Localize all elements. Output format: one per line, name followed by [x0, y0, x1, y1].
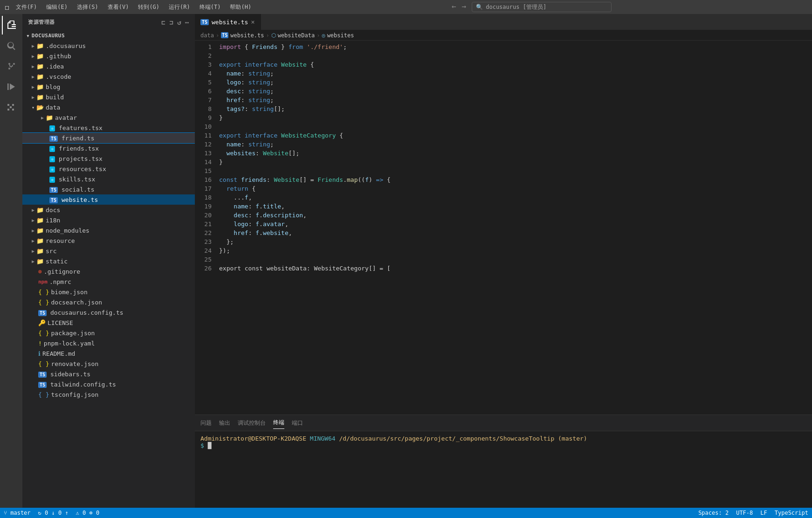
- menu-help[interactable]: 帮助(H): [227, 2, 254, 12]
- line-content[interactable]: });: [217, 246, 812, 255]
- line-content[interactable]: tags?: string[];: [217, 104, 812, 113]
- line-content[interactable]: [217, 166, 812, 175]
- tree-root-docusaurus[interactable]: ▾ DOCUSAURUS: [22, 30, 195, 41]
- terminal-tab-terminal[interactable]: 终端: [273, 417, 284, 429]
- line-content[interactable]: import { Friends } from './friend';: [217, 42, 812, 51]
- line-content[interactable]: export interface WebsiteCategory {: [217, 131, 812, 140]
- tree-item-idea-folder[interactable]: ▶ 📁 .idea: [22, 61, 195, 71]
- line-content[interactable]: [217, 51, 812, 60]
- terminal-tab-output[interactable]: 输出: [219, 417, 230, 429]
- extensions-activity-icon[interactable]: [2, 98, 21, 117]
- breadcrumb-websitedata[interactable]: websiteData: [278, 32, 315, 39]
- new-file-icon[interactable]: ⊏: [161, 19, 165, 26]
- line-content[interactable]: name: f.title,: [217, 202, 812, 211]
- search-activity-icon[interactable]: [2, 36, 21, 55]
- tab-website-ts[interactable]: TS website.ts ×: [195, 14, 261, 30]
- tree-item-social-ts[interactable]: TS social.ts: [22, 184, 195, 194]
- terminal-tab-debug[interactable]: 调试控制台: [238, 417, 266, 429]
- line-content[interactable]: href: string;: [217, 96, 812, 104]
- tree-item-pnpm-lock-yaml[interactable]: ! pnpm-lock.yaml: [22, 338, 195, 348]
- tree-item-tailwind-config-ts[interactable]: TS tailwind.config.ts: [22, 379, 195, 389]
- tree-item-friend-ts[interactable]: TS friend.ts: [22, 133, 195, 143]
- menu-view[interactable]: 查看(V): [105, 2, 132, 12]
- tree-item-github-folder[interactable]: ▶ 📁 .github: [22, 51, 195, 61]
- tree-item-resource-folder[interactable]: ▶ 📁 resource: [22, 235, 195, 246]
- line-content[interactable]: [217, 122, 812, 131]
- breadcrumb-filename[interactable]: website.ts: [230, 32, 264, 39]
- terminal-tab-ports[interactable]: 端口: [292, 417, 303, 429]
- search-bar[interactable]: 🔍 docusaurus [管理员]: [472, 2, 612, 12]
- status-encoding[interactable]: UTF-8: [736, 510, 753, 516]
- line-content[interactable]: logo: f.avatar,: [217, 220, 812, 228]
- line-content[interactable]: logo: string;: [217, 78, 812, 87]
- line-content[interactable]: websites: Website[];: [217, 149, 812, 158]
- tree-item-biome-json[interactable]: { } biome.json: [22, 287, 195, 297]
- tree-item-vscode-folder[interactable]: ▶ 📁 .vscode: [22, 71, 195, 82]
- breadcrumb-data[interactable]: data: [200, 32, 214, 39]
- line-content[interactable]: export interface Website {: [217, 60, 812, 69]
- code-editor[interactable]: 1import { Friends } from './friend';23ex…: [195, 41, 812, 414]
- status-spaces[interactable]: Spaces: 2: [698, 510, 729, 516]
- menu-edit[interactable]: 编辑(E): [43, 2, 70, 12]
- line-content[interactable]: desc: f.description,: [217, 211, 812, 220]
- tree-item-website-ts[interactable]: TS website.ts: [22, 194, 195, 205]
- menu-goto[interactable]: 转到(G): [135, 2, 162, 12]
- line-content[interactable]: [217, 255, 812, 264]
- menu-select[interactable]: 选择(S): [74, 2, 101, 12]
- tree-item-build-folder[interactable]: ▶ 📁 build: [22, 92, 195, 102]
- status-language[interactable]: TypeScript: [775, 510, 808, 516]
- source-control-activity-icon[interactable]: [2, 57, 21, 76]
- tree-item-npmrc[interactable]: npm .npmrc: [22, 276, 195, 287]
- tree-item-docusaurus-folder[interactable]: ▶ 📁 .docusaurus: [22, 41, 195, 51]
- explorer-activity-icon[interactable]: [2, 16, 21, 35]
- line-content[interactable]: };: [217, 237, 812, 246]
- breadcrumb-websites[interactable]: websites: [327, 32, 354, 39]
- tree-item-gitignore[interactable]: ⊗ .gitignore: [22, 266, 195, 276]
- menu-file[interactable]: 文件(F): [13, 2, 40, 12]
- tree-item-sidebars-ts[interactable]: TS sidebars.ts: [22, 369, 195, 379]
- tree-item-i18n-folder[interactable]: ▶ 📁 i18n: [22, 215, 195, 225]
- tree-item-package-json[interactable]: { } package.json: [22, 328, 195, 338]
- tree-item-tsconfig-json[interactable]: { } tsconfig.json: [22, 389, 195, 400]
- menu-terminal[interactable]: 终端(T): [197, 2, 224, 12]
- refresh-icon[interactable]: ↺: [177, 19, 181, 26]
- line-content[interactable]: const friends: Website[] = Friends.map((…: [217, 175, 812, 184]
- status-errors[interactable]: ⚠ 0 ⊗ 0: [76, 510, 100, 516]
- status-sync[interactable]: ↻ 0 ↓ 0 ↑: [38, 510, 69, 516]
- tree-item-node-modules-folder[interactable]: ▶ 📁 node_modules: [22, 225, 195, 235]
- tree-item-avatar-folder[interactable]: ▶ 📁 avatar: [22, 112, 195, 123]
- status-line-ending[interactable]: LF: [760, 510, 767, 516]
- line-content[interactable]: desc: string;: [217, 87, 812, 96]
- line-content[interactable]: href: f.website,: [217, 228, 812, 237]
- tree-item-docusaurus-config-ts[interactable]: TS docusaurus.config.ts: [22, 307, 195, 318]
- line-content[interactable]: name: string;: [217, 140, 812, 149]
- tree-item-resources-tsx[interactable]: ⚛ resources.tsx: [22, 164, 195, 174]
- nav-back-button[interactable]: ←: [450, 2, 458, 12]
- more-icon[interactable]: ⋯: [185, 19, 189, 26]
- line-content[interactable]: name: string;: [217, 69, 812, 78]
- new-folder-icon[interactable]: ⊐: [169, 19, 173, 26]
- line-content[interactable]: return {: [217, 184, 812, 193]
- run-activity-icon[interactable]: [2, 77, 21, 96]
- menu-run[interactable]: 运行(R): [166, 2, 193, 12]
- tree-item-readme-md[interactable]: ℹ README.md: [22, 348, 195, 359]
- terminal-tab-problems[interactable]: 问题: [200, 417, 212, 429]
- line-content[interactable]: export const websiteData: WebsiteCategor…: [217, 264, 812, 273]
- tab-close-button[interactable]: ×: [251, 18, 255, 26]
- tree-item-renovate-json[interactable]: { } renovate.json: [22, 359, 195, 369]
- tree-item-projects-tsx[interactable]: ⚛ projects.tsx: [22, 153, 195, 164]
- nav-forward-button[interactable]: →: [460, 2, 468, 12]
- tree-item-data-folder[interactable]: ▾ 📂 data: [22, 102, 195, 112]
- terminal-content[interactable]: Administrator@DESKTOP-K2DAQSE MINGW64 /d…: [195, 431, 812, 508]
- line-content[interactable]: ...f,: [217, 193, 812, 202]
- tree-item-docsearch-json[interactable]: { } docsearch.json: [22, 297, 195, 307]
- status-branch[interactable]: ⑂ master: [4, 510, 31, 516]
- tree-item-license[interactable]: 🔑 LICENSE: [22, 318, 195, 328]
- line-content[interactable]: }: [217, 113, 812, 122]
- tree-item-src-folder[interactable]: ▶ 📁 src: [22, 246, 195, 256]
- tree-item-docs-folder[interactable]: ▶ 📁 docs: [22, 205, 195, 215]
- tree-item-blog-folder[interactable]: ▶ 📁 blog: [22, 82, 195, 92]
- tree-item-friends-tsx[interactable]: ⚛ friends.tsx: [22, 143, 195, 153]
- tree-item-features-tsx[interactable]: ⚛ features.tsx: [22, 123, 195, 133]
- line-content[interactable]: }: [217, 158, 812, 166]
